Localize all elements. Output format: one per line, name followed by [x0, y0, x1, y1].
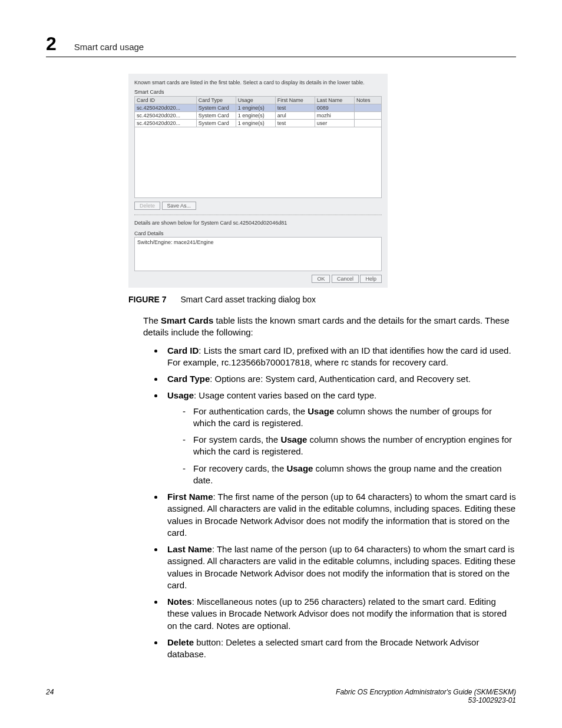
- item-head: First Name: [167, 492, 213, 502]
- figure-text: Smart Card asset tracking dialog box: [180, 295, 316, 304]
- chapter-title: Smart card usage: [74, 42, 144, 52]
- smart-cards-table[interactable]: Card ID Card Type Usage First Name Last …: [134, 96, 382, 127]
- list-item: Delete button: Deletes a selected smart …: [164, 637, 516, 661]
- list-item: Notes: Miscellaneous notes (up to 256 ch…: [164, 596, 516, 632]
- item-head: Usage: [167, 390, 194, 400]
- col-card-type[interactable]: Card Type: [196, 97, 236, 104]
- item-head: Delete: [167, 637, 194, 647]
- shot-instruction: Known smart cards are listed in the firs…: [134, 80, 382, 85]
- item-head: Last Name: [167, 544, 212, 554]
- text-bold: Usage: [280, 434, 307, 444]
- cell: 1 engine(s): [236, 112, 275, 120]
- ok-button[interactable]: OK: [312, 275, 330, 283]
- item-text: : Miscellaneous notes (up to 256 charact…: [167, 597, 507, 631]
- text: For system cards, the: [193, 434, 280, 444]
- list-item: Last Name: The last name of the person (…: [164, 543, 516, 591]
- save-as-button[interactable]: Save As...: [162, 202, 197, 210]
- item-text: : The last name of the person (up to 64 …: [167, 544, 515, 590]
- cell: 1 engine(s): [236, 104, 275, 112]
- item-text: button: Deletes a selected smart card fr…: [167, 637, 479, 659]
- panel-line: Switch/Engine: mace241/Engine: [137, 239, 214, 245]
- table-empty-area: [134, 127, 382, 198]
- cell: 0089: [315, 104, 354, 112]
- col-first-name[interactable]: First Name: [275, 97, 315, 104]
- cell: test: [275, 104, 315, 112]
- cell: [354, 120, 381, 127]
- item-head: Card ID: [167, 345, 199, 355]
- table-row[interactable]: sc.4250420d020... System Card 1 engine(s…: [135, 112, 382, 120]
- cell: test: [275, 120, 315, 127]
- item-text: : The first name of the person (up to 64…: [167, 492, 516, 538]
- cell: sc.4250420d020...: [135, 112, 197, 120]
- cancel-button[interactable]: Cancel: [332, 275, 359, 283]
- item-head: Card Type: [167, 374, 210, 384]
- table-header-row: Card ID Card Type Usage First Name Last …: [135, 97, 382, 104]
- help-button[interactable]: Help: [360, 275, 382, 283]
- usage-sublist: For authentication cards, the Usage colu…: [167, 406, 516, 487]
- col-notes[interactable]: Notes: [354, 97, 381, 104]
- page-header: 2 Smart card usage: [46, 34, 516, 57]
- cell: sc.4250420d020...: [135, 104, 197, 112]
- text: The: [143, 315, 161, 325]
- cell: System Card: [196, 120, 236, 127]
- sublist-item: For authentication cards, the Usage colu…: [183, 406, 516, 430]
- list-item: Usage: Usage content varies based on the…: [164, 390, 516, 486]
- table-row[interactable]: sc.4250420d020... System Card 1 engine(s…: [135, 104, 382, 112]
- intro-paragraph: The Smart Cards table lists the known sm…: [143, 315, 516, 339]
- cell: arul: [275, 112, 315, 120]
- cell: System Card: [196, 104, 236, 112]
- item-text: : Lists the smart card ID, prefixed with…: [167, 345, 511, 367]
- page-footer: 24 Fabric OS Encryption Administrator's …: [46, 688, 516, 704]
- text-bold: Smart Cards: [161, 315, 213, 325]
- shot-table-caption: Smart Cards: [134, 89, 382, 95]
- cell: 1 engine(s): [236, 120, 275, 127]
- figure-label: FIGURE 7: [128, 295, 167, 304]
- item-text: : Usage content varies based on the card…: [194, 390, 376, 400]
- cell: [354, 104, 381, 112]
- cell: mozhi: [315, 112, 354, 120]
- delete-button[interactable]: Delete: [134, 202, 160, 210]
- chapter-number: 2: [46, 34, 57, 53]
- col-card-id[interactable]: Card ID: [135, 97, 197, 104]
- text: For recovery cards, the: [193, 463, 286, 473]
- table-row[interactable]: sc.4250420d020... System Card 1 engine(s…: [135, 120, 382, 127]
- details-line: Details are shown below for System Card …: [134, 220, 382, 226]
- cell: System Card: [196, 112, 236, 120]
- item-text: : Options are: System card, Authenticati…: [210, 374, 471, 384]
- doc-title: Fabric OS Encryption Administrator's Gui…: [336, 688, 516, 696]
- cell: user: [315, 120, 354, 127]
- item-head: Notes: [167, 597, 192, 607]
- page-number: 24: [46, 688, 54, 704]
- list-item: Card Type: Options are: System card, Aut…: [164, 373, 516, 385]
- list-item: Card ID: Lists the smart card ID, prefix…: [164, 345, 516, 369]
- text-bold: Usage: [308, 406, 334, 416]
- details-list: Card ID: Lists the smart card ID, prefix…: [147, 345, 516, 661]
- figure-caption: FIGURE 7 Smart Card asset tracking dialo…: [128, 295, 516, 304]
- col-last-name[interactable]: Last Name: [315, 97, 354, 104]
- cell: [354, 112, 381, 120]
- card-details-caption: Card Details: [134, 230, 382, 236]
- screenshot-figure: Known smart cards are listed in the firs…: [128, 74, 388, 288]
- card-details-panel: Switch/Engine: mace241/Engine: [134, 237, 382, 271]
- col-usage[interactable]: Usage: [236, 97, 275, 104]
- list-item: First Name: The first name of the person…: [164, 491, 516, 539]
- text-bold: Usage: [286, 463, 313, 473]
- cell: sc.4250420d020...: [135, 120, 197, 127]
- sublist-item: For system cards, the Usage column shows…: [183, 434, 516, 458]
- doc-number: 53-1002923-01: [336, 696, 516, 704]
- text: For authentication cards, the: [193, 406, 308, 416]
- sublist-item: For recovery cards, the Usage column sho…: [183, 463, 516, 487]
